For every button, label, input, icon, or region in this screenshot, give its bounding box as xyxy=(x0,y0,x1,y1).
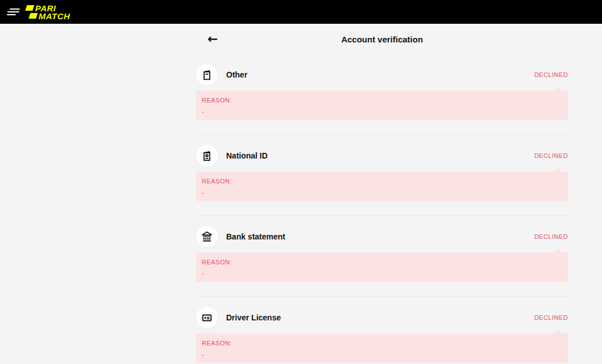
reason-value: - xyxy=(202,108,562,115)
status-badge: DECLINED xyxy=(534,152,568,159)
reason-value: - xyxy=(202,351,562,358)
logo-line1: PARI xyxy=(35,5,56,12)
document-icon-circle xyxy=(196,226,218,247)
logo-block-icon xyxy=(25,5,34,11)
title-bar: ← Account verification xyxy=(196,24,568,54)
tooltip-notch xyxy=(554,87,562,91)
document-icon-circle xyxy=(196,307,218,328)
page-title: Account verification xyxy=(196,34,568,44)
verification-section-bank-statement: Bank statement DECLINED REASON: - xyxy=(196,216,568,297)
account-verification-panel: ← Account verification Other DECLINED RE… xyxy=(196,24,568,363)
reason-label: REASON: xyxy=(202,340,562,346)
reason-label: REASON: xyxy=(202,259,562,265)
status-badge: DECLINED xyxy=(534,233,568,240)
id-card-icon xyxy=(201,311,213,324)
document-label: National ID xyxy=(226,151,268,160)
document-item-driver-license[interactable]: Driver License DECLINED xyxy=(196,307,568,328)
decline-reason-box: REASON: - xyxy=(196,252,568,282)
document-item-other[interactable]: Other DECLINED xyxy=(196,64,568,85)
logo-line2: MATCH xyxy=(39,12,70,20)
status-badge: DECLINED xyxy=(534,314,568,321)
passport-icon xyxy=(201,149,213,162)
document-item-bank-statement[interactable]: Bank statement DECLINED xyxy=(196,226,568,247)
document-label: Bank statement xyxy=(226,232,285,241)
document-label: Driver License xyxy=(226,313,281,322)
reason-value: - xyxy=(202,270,562,277)
verification-section-other: Other DECLINED REASON: - xyxy=(196,54,568,135)
app-header: PARI MATCH xyxy=(0,0,602,24)
menu-hamburger-icon[interactable] xyxy=(7,8,20,16)
decline-reason-box: REASON: - xyxy=(196,172,568,201)
parimatch-logo[interactable]: PARI MATCH xyxy=(26,5,70,20)
document-icon-circle xyxy=(196,145,218,166)
reason-label: REASON: xyxy=(202,97,562,104)
bank-building-icon xyxy=(201,230,213,243)
decline-reason-box: REASON: - xyxy=(196,91,568,120)
logo-block-icon xyxy=(28,13,37,19)
document-icon-circle xyxy=(196,64,218,85)
verification-section-driver-license: Driver License DECLINED REASON: - xyxy=(196,297,568,363)
booklet-document-icon xyxy=(201,68,213,81)
document-label: Other xyxy=(226,70,247,79)
decline-reason-box: REASON: - xyxy=(196,333,568,363)
reason-label: REASON: xyxy=(202,178,562,185)
tooltip-notch xyxy=(554,249,562,252)
document-item-national-id[interactable]: National ID DECLINED xyxy=(196,145,568,166)
tooltip-notch xyxy=(554,329,562,333)
status-badge: DECLINED xyxy=(534,71,568,78)
reason-value: - xyxy=(202,189,562,196)
tooltip-notch xyxy=(554,168,562,172)
verification-section-national-id: National ID DECLINED REASON: - xyxy=(196,135,568,216)
